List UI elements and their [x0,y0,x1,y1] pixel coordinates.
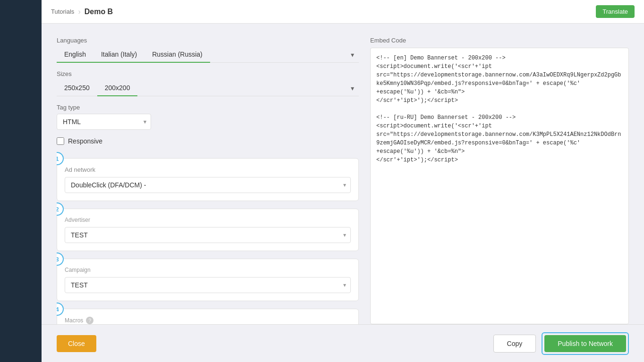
modal-body: Languages English Italian (Italy) Russia… [42,24,644,324]
campaign-select[interactable]: TEST Other [65,277,351,293]
modal-dialog: Tutorials › Demo B Translate Languages E… [42,0,644,362]
sizes-section: Sizes 250x250 200x200 ▾ [57,70,359,96]
languages-section: Languages English Italian (Italy) Russia… [57,37,359,63]
lang-tab-italian[interactable]: Italian (Italy) [93,47,144,63]
page-title: Demo B [85,8,113,16]
size-tabs: 250x250 200x200 ▾ [57,80,359,96]
copy-button[interactable]: Copy [493,335,536,353]
sidebar [0,0,42,362]
breadcrumb: Tutorials [51,8,74,15]
main-layout: Languages English Italian (Italy) Russia… [57,37,629,324]
close-button[interactable]: Close [57,335,96,352]
step3-select-wrapper: TEST Other ▾ [65,277,351,293]
step4-box: 4 Macros ? [57,309,359,324]
nav-separator: › [78,8,80,16]
steps-area: 1 Ad network DoubleClick (DFA/DCM) - Oth… [57,158,359,324]
step2-label: Advertiser [65,217,351,223]
step2-box: 2 Advertiser TEST Other ▾ [57,209,359,251]
step3-label: Campaign [65,267,351,273]
sizes-label: Sizes [57,70,359,77]
topnav: Tutorials › Demo B Translate [42,0,644,24]
chevron-down-icon: ▾ [351,84,354,92]
step1-number: 1 [57,152,64,165]
lang-tab-russian[interactable]: Russian (Russia) [144,47,210,63]
responsive-label: Responsive [68,137,102,145]
modal-footer: Close Copy Publish to Network [42,324,644,362]
publish-highlight: Publish to Network [542,332,629,355]
embed-code-textarea[interactable]: <!-- [en] Demo Bannerset - 200x200 --> <… [370,48,629,324]
step1-box: 1 Ad network DoubleClick (DFA/DCM) - Oth… [57,158,359,201]
step1-select-wrapper: DoubleClick (DFA/DCM) - Other ▾ [65,177,351,193]
languages-label: Languages [57,37,359,44]
lang-tab-english[interactable]: English [57,47,93,63]
publish-button[interactable]: Publish to Network [544,335,626,352]
macros-label: Macros [65,317,83,324]
left-panel: Languages English Italian (Italy) Russia… [57,37,359,324]
tag-type-select-wrapper: HTML JavaScript iframe ▾ [57,114,151,130]
step1-label: Ad network [65,166,351,173]
step2-number: 2 [57,202,64,216]
macros-label-row: Macros ? [65,317,351,324]
chevron-down-icon: ▾ [351,51,354,59]
translate-button[interactable]: Translate [596,5,635,18]
responsive-checkbox[interactable] [57,137,64,145]
step3-box: 3 Campaign TEST Other ▾ [57,259,359,301]
tag-type-section: Tag type HTML JavaScript iframe ▾ [57,104,359,130]
size-tab-200[interactable]: 200x200 [97,80,138,96]
embed-code-label: Embed Code [370,37,629,44]
help-icon[interactable]: ? [86,317,93,324]
footer-right: Copy Publish to Network [493,332,629,355]
right-panel: Embed Code <!-- [en] Demo Bannerset - 20… [370,37,629,324]
tag-type-label: Tag type [57,104,359,111]
size-tab-250[interactable]: 250x250 [57,80,97,96]
step2-select-wrapper: TEST Other ▾ [65,227,351,243]
step3-number: 3 [57,253,64,266]
language-tabs: English Italian (Italy) Russian (Russia)… [57,47,359,63]
tag-type-select[interactable]: HTML JavaScript iframe [57,114,151,130]
languages-dropdown[interactable]: ▾ [346,48,359,61]
sizes-dropdown[interactable]: ▾ [346,82,359,95]
responsive-row: Responsive [57,137,359,145]
step4-number: 4 [57,303,64,316]
advertiser-select[interactable]: TEST Other [65,227,351,243]
ad-network-select[interactable]: DoubleClick (DFA/DCM) - Other [65,177,351,193]
